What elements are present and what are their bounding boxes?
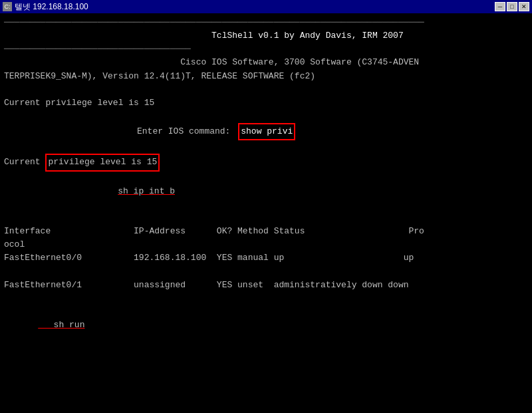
separator-line-2: ──────────────────────────────────── bbox=[4, 43, 528, 56]
separator-line-1: ────────────────────────────────────────… bbox=[4, 16, 528, 29]
table-header-row-2: ocol bbox=[4, 238, 528, 251]
terminal-icon: C: bbox=[3, 2, 12, 11]
blank-1 bbox=[4, 83, 528, 96]
title-bar-left: C: 텔넷 192.168.18.100 bbox=[3, 1, 88, 13]
blank-3 bbox=[4, 140, 528, 154]
sh-run-line: sh run bbox=[4, 305, 528, 345]
privilege-level-boxed: privilege level is 15 bbox=[45, 154, 160, 171]
cisco-line-1: Cisco IOS Software, 3700 Software (C3745… bbox=[4, 56, 528, 69]
enter-ios-label: Enter IOS command: bbox=[4, 125, 235, 138]
sh-ip-int-b-command: sh ip int b bbox=[118, 186, 175, 196]
cisco-line-2: TERPRISEK9_SNA-M), Version 12.4(11)T, RE… bbox=[4, 70, 528, 83]
fast-eth-00-row: FastEthernet0/0 192.168.18.100 YES manua… bbox=[4, 251, 528, 265]
enter-ios-line: Enter IOS command: show privi bbox=[4, 123, 528, 140]
sh-run-command: sh run bbox=[38, 320, 84, 330]
title-bar: C: 텔넷 192.168.18.100 ─ □ ✕ bbox=[0, 0, 532, 13]
close-button[interactable]: ✕ bbox=[519, 2, 529, 11]
terminal-area[interactable]: ────────────────────────────────────────… bbox=[0, 13, 532, 413]
sh-ip-int-b-line: sh ip int b bbox=[4, 172, 528, 211]
blank-5 bbox=[4, 265, 528, 279]
maximize-button[interactable]: □ bbox=[507, 2, 517, 11]
current-privilege-line: Current privilege level is 15 bbox=[4, 154, 528, 171]
show-privi-command: show privi bbox=[238, 123, 295, 140]
tclshell-header: TclShell v0.1 by Andy Davis, IRM 2007 bbox=[4, 29, 528, 43]
window-controls[interactable]: ─ □ ✕ bbox=[495, 2, 529, 11]
blank-6 bbox=[4, 292, 528, 305]
fast-eth-01-row: FastEthernet0/1 unassigned YES unset adm… bbox=[4, 279, 528, 292]
window-title: 텔넷 192.168.18.100 bbox=[15, 1, 88, 13]
minimize-button[interactable]: ─ bbox=[495, 2, 505, 11]
table-header-row: Interface IP-Address OK? Method Status P… bbox=[4, 225, 528, 238]
blank-4 bbox=[4, 211, 528, 225]
current-prefix: Current bbox=[4, 156, 45, 169]
privilege-line-1: Current privilege level is 15 bbox=[4, 96, 528, 110]
blank-2 bbox=[4, 110, 528, 123]
